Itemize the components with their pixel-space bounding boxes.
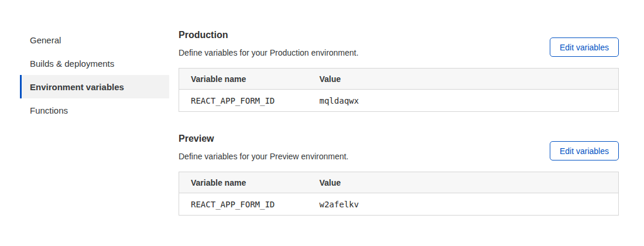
column-header-value: Value: [308, 69, 619, 90]
column-header-variable-name: Variable name: [179, 69, 308, 90]
settings-sidebar: General Builds & deployments Environment…: [20, 28, 169, 122]
variable-value-cell: mqldaqwx: [308, 90, 619, 112]
sidebar-item-functions[interactable]: Functions: [20, 98, 169, 122]
production-variables-table: Variable name Value REACT_APP_FORM_ID mq…: [179, 68, 619, 112]
sidebar-item-label: General: [30, 36, 61, 45]
table-row: REACT_APP_FORM_ID mqldaqwx: [179, 90, 619, 112]
environment-variables-panel: Production Define variables for your Pro…: [179, 0, 619, 216]
sidebar-item-label: Functions: [30, 106, 68, 115]
preview-variables-table: Variable name Value REACT_APP_FORM_ID w2…: [179, 172, 619, 216]
table-row: REACT_APP_FORM_ID w2afelkv: [179, 193, 619, 216]
column-header-value: Value: [308, 172, 619, 193]
sidebar-item-label: Builds & deployments: [30, 59, 114, 68]
variable-name-cell: REACT_APP_FORM_ID: [179, 90, 308, 112]
column-header-variable-name: Variable name: [179, 172, 308, 193]
table-header-row: Variable name Value: [179, 69, 619, 90]
sidebar-item-builds-deployments[interactable]: Builds & deployments: [20, 52, 169, 75]
sidebar-item-environment-variables[interactable]: Environment variables: [20, 75, 169, 98]
variable-name-cell: REACT_APP_FORM_ID: [179, 193, 308, 216]
variable-value-cell: w2afelkv: [308, 193, 619, 216]
production-section: Production Define variables for your Pro…: [179, 29, 619, 112]
sidebar-item-label: Environment variables: [30, 83, 124, 91]
edit-variables-button-production[interactable]: Edit variables: [550, 37, 619, 57]
sidebar-item-general[interactable]: General: [20, 28, 169, 52]
edit-variables-button-preview[interactable]: Edit variables: [550, 141, 619, 160]
table-header-row: Variable name Value: [179, 172, 619, 193]
preview-section: Preview Define variables for your Previe…: [179, 133, 619, 216]
